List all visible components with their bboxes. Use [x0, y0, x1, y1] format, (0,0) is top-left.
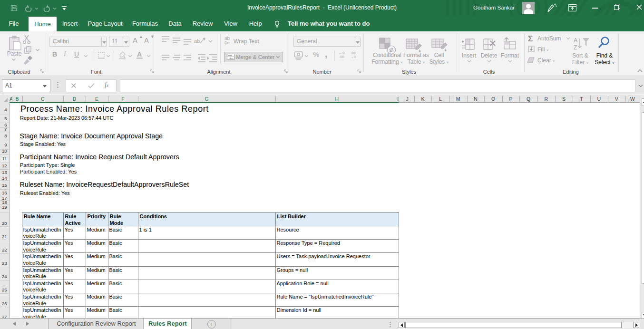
svg-text:Z: Z — [574, 44, 577, 50]
svg-text:A: A — [574, 37, 577, 44]
